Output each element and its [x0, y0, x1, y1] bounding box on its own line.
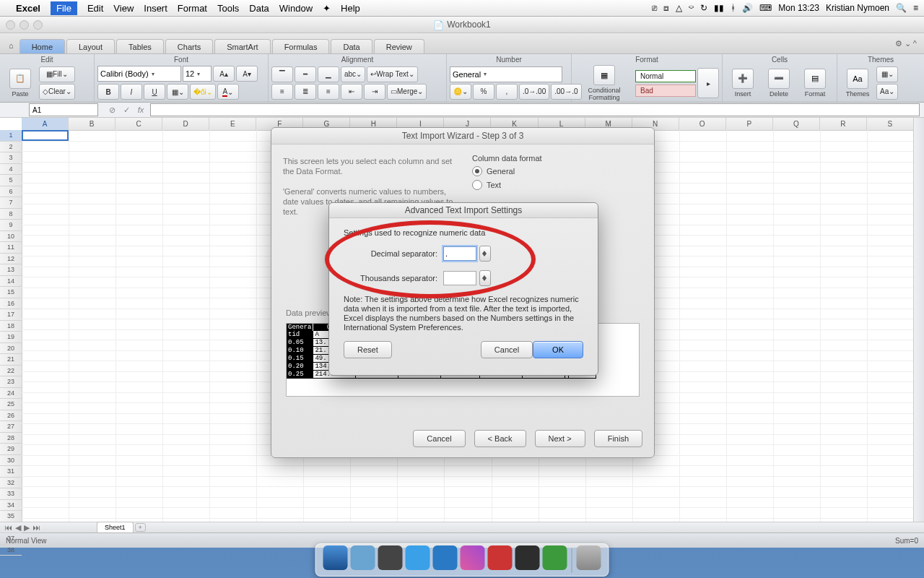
dock-opera-icon[interactable]	[488, 545, 513, 570]
thousands-separator-stepper[interactable]	[479, 270, 491, 286]
dock-skype-icon[interactable]	[406, 545, 430, 570]
insert-cells-button[interactable]: ➕Insert	[725, 67, 760, 99]
align-center-button[interactable]: ≣	[295, 84, 316, 100]
tab-formulas[interactable]: Formulas	[272, 39, 330, 53]
display-icon[interactable]: ⎚	[652, 3, 657, 13]
align-right-button[interactable]: ≡	[318, 84, 339, 100]
menu-tools[interactable]: Tools	[217, 3, 239, 14]
conditional-formatting-button[interactable]: ▦Conditional Formatting	[575, 64, 634, 103]
window-zoom-button[interactable]	[33, 20, 43, 30]
enter-edit-icon[interactable]: ✓	[121, 105, 131, 115]
dock-app-icon[interactable]	[461, 545, 485, 570]
align-bottom-button[interactable]: ▁	[318, 66, 339, 82]
tab-data[interactable]: Data	[331, 39, 372, 53]
wizard-cancel-button[interactable]: Cancel	[413, 430, 465, 447]
menu-data[interactable]: Data	[249, 3, 269, 14]
spotlight-icon[interactable]: 🔍	[896, 3, 907, 13]
style-normal[interactable]: Normal	[635, 70, 696, 82]
theme-colors-button[interactable]: ▦⌄	[876, 66, 898, 82]
merge-button[interactable]: ▭ Merge ⌄	[387, 84, 427, 100]
dock-app-icon[interactable]	[378, 545, 403, 570]
borders-button[interactable]: ▦⌄	[167, 84, 188, 100]
sheet-nav-next-icon[interactable]: ▶	[24, 523, 30, 532]
tab-smartart[interactable]: SmartArt	[214, 39, 270, 53]
timemachine-icon[interactable]: ↻	[700, 3, 707, 13]
decimal-separator-input[interactable]	[443, 246, 476, 261]
number-format-select[interactable]: General▾	[450, 66, 562, 82]
increase-indent-button[interactable]: ⇥	[364, 84, 385, 100]
menu-edit[interactable]: Edit	[87, 3, 103, 14]
tab-charts[interactable]: Charts	[165, 39, 213, 53]
user-name[interactable]: Kristian Nymoen	[826, 3, 889, 13]
shrink-font-button[interactable]: A▾	[236, 66, 258, 82]
dock-excel-icon[interactable]	[543, 545, 567, 570]
delete-cells-button[interactable]: ➖Delete	[762, 67, 796, 99]
style-bad[interactable]: Bad	[635, 85, 696, 97]
theme-fonts-button[interactable]: Aa⌄	[876, 84, 898, 100]
dock-app-icon[interactable]	[433, 545, 458, 570]
italic-button[interactable]: I	[121, 84, 142, 100]
menu-window[interactable]: Window	[279, 3, 313, 14]
thousands-separator-input[interactable]	[443, 271, 476, 285]
script-menu-icon[interactable]: ✦	[323, 3, 331, 14]
tab-layout[interactable]: Layout	[66, 39, 115, 53]
decrease-indent-button[interactable]: ⇤	[341, 84, 362, 100]
advanced-cancel-button[interactable]: Cancel	[481, 341, 533, 358]
decimal-separator-stepper[interactable]	[479, 246, 491, 262]
advanced-reset-button[interactable]: Reset	[344, 341, 392, 358]
volume-icon[interactable]: 🔊	[742, 3, 753, 13]
dock-trash-icon[interactable]	[577, 545, 601, 570]
tab-tables[interactable]: Tables	[116, 39, 164, 53]
bluetooth-icon[interactable]: ᚼ	[731, 3, 736, 13]
paste-button[interactable]: 📋Paste	[3, 67, 38, 99]
align-middle-button[interactable]: ━	[295, 66, 316, 82]
styles-more-button[interactable]: ▸	[697, 68, 719, 98]
orientation-button[interactable]: abc⌄	[341, 66, 365, 82]
ribbon-options-icon[interactable]: ⚙ ⌄ ^	[895, 39, 917, 48]
tab-home[interactable]: Home	[19, 39, 65, 53]
radio-text[interactable]: Text	[472, 180, 542, 190]
align-left-button[interactable]: ≡	[271, 84, 293, 100]
underline-button[interactable]: U	[144, 84, 165, 100]
clear-button[interactable]: ◇ Clear ⌄	[39, 84, 75, 100]
clock[interactable]: Mon 13:23	[778, 3, 819, 13]
name-box[interactable]: A1	[29, 103, 98, 116]
wizard-finish-button[interactable]: Finish	[594, 430, 642, 447]
gdrive-icon[interactable]: △	[676, 3, 682, 13]
fillcolor-button[interactable]: �ői⌄	[190, 84, 216, 100]
wizard-back-button[interactable]: < Back	[474, 430, 526, 447]
format-cells-button[interactable]: ▤Format	[798, 67, 832, 99]
radio-general[interactable]: General	[472, 166, 542, 176]
add-sheet-button[interactable]: +	[135, 523, 146, 532]
menu-view[interactable]: View	[113, 3, 134, 14]
macos-dock[interactable]	[315, 543, 609, 577]
increase-decimal-button[interactable]: .0→.00	[519, 84, 549, 100]
app-name[interactable]: Excel	[16, 3, 40, 14]
menu-help[interactable]: Help	[341, 3, 360, 14]
wrap-text-button[interactable]: ↩ Wrap Text ⌄	[367, 66, 418, 82]
dock-terminal-icon[interactable]	[515, 545, 540, 570]
fx-icon[interactable]: fx	[136, 105, 146, 115]
notification-center-icon[interactable]: ≡	[913, 3, 918, 13]
dock-finder-icon[interactable]	[323, 545, 348, 570]
grow-font-button[interactable]: A▴	[213, 66, 235, 82]
accounting-button[interactable]: 🪙⌄	[450, 84, 471, 100]
menu-format[interactable]: Format	[178, 3, 207, 14]
fill-button[interactable]: ▦ Fill ⌄	[39, 66, 75, 82]
sheet-nav-first-icon[interactable]: ⏮	[4, 523, 12, 532]
menu-file[interactable]: File	[51, 1, 77, 15]
wifi-icon[interactable]: ⌔	[689, 3, 694, 13]
formula-bar[interactable]	[150, 103, 920, 116]
ribbon-home-icon[interactable]: ⌂	[3, 39, 19, 52]
window-minimize-button[interactable]	[19, 20, 29, 30]
advanced-ok-button[interactable]: OK	[533, 341, 583, 358]
row-headers[interactable]: 1234567891011121314151617181920212223242…	[0, 130, 22, 522]
cancel-edit-icon[interactable]: ⊘	[107, 105, 117, 115]
menu-insert[interactable]: Insert	[144, 3, 167, 14]
themes-button[interactable]: AaThemes	[840, 67, 875, 99]
dropbox-icon[interactable]: ⧈	[663, 3, 669, 13]
dock-mail-icon[interactable]	[351, 545, 375, 570]
keyboard-layout-icon[interactable]: ⌨	[759, 3, 772, 13]
window-close-button[interactable]	[6, 20, 15, 30]
font-name-select[interactable]: Calibri (Body)▾	[97, 66, 181, 82]
